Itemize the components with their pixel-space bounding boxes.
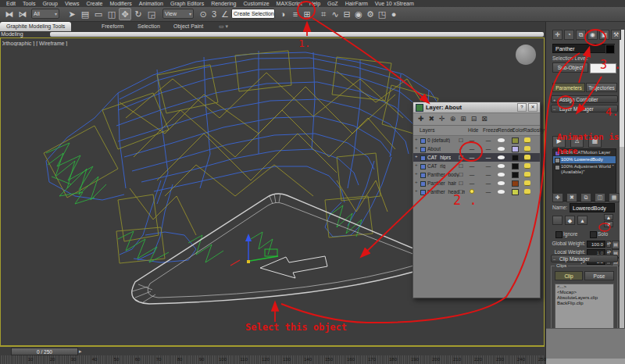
animate-toggle-icon[interactable]: ▤ — [612, 241, 620, 249]
select-by-name-icon[interactable]: ▤ — [79, 8, 91, 20]
weight-value[interactable]: 100.0 — [587, 241, 605, 248]
tab-freeform[interactable]: Freeform — [95, 22, 130, 31]
menu-item[interactable]: Rendering — [211, 1, 236, 6]
current-layer-toggle[interactable]: ☐ — [456, 172, 466, 178]
menu-item[interactable]: Tools — [23, 1, 35, 6]
expand-icon[interactable]: + — [415, 171, 418, 176]
paste-layer-icon[interactable]: ◫ — [595, 193, 605, 202]
clip-list[interactable]: <...><Mocap>AbsoluteLayers.clipBackFlip.… — [555, 284, 614, 332]
remove-layer-icon[interactable]: ✖ — [566, 193, 577, 202]
curve-editor-icon[interactable]: ∿ — [329, 8, 341, 20]
render-toggle[interactable] — [498, 147, 505, 151]
assign-controller-rollout[interactable]: +Assign Controller — [551, 95, 618, 103]
freeze-toggle[interactable]: — — [483, 146, 494, 152]
clip-item[interactable]: BackFlip.clip — [555, 301, 613, 306]
render-production-icon[interactable]: ● — [388, 8, 400, 20]
rendered-frame-icon[interactable]: ◳ — [376, 8, 388, 20]
layer-color-swatch[interactable] — [512, 155, 519, 161]
clip-manager-rollout[interactable]: −Clip Manager — [551, 255, 618, 262]
select-and-move-icon[interactable]: ✥ — [119, 8, 131, 20]
radiosity-icon[interactable] — [524, 189, 530, 194]
menu-item[interactable]: Help — [309, 1, 320, 6]
select-object-icon[interactable]: ➤ — [66, 8, 78, 20]
new-layer-icon[interactable]: ✚ — [418, 113, 424, 125]
freeze-toggle[interactable]: — — [483, 180, 494, 186]
align-icon[interactable]: ≡ — [289, 8, 302, 20]
highlight-layer-icon[interactable]: ⊞ — [460, 113, 466, 125]
utilities-tab-icon[interactable]: ⚒ — [611, 30, 621, 40]
select-and-rotate-icon[interactable]: ↻ — [132, 8, 145, 20]
delete-layer-icon[interactable]: ✖ — [429, 113, 435, 125]
layer-mode-button-1[interactable] — [552, 216, 562, 225]
copy-layer-icon[interactable]: ⧉ — [580, 193, 591, 202]
mirror-icon[interactable]: ◑ — [277, 8, 289, 20]
layer-row[interactable]: + Panther_body ☐ — — — [413, 170, 540, 179]
parameters-tab[interactable]: Parameters — [552, 83, 585, 92]
clip-item[interactable]: <...> — [555, 284, 613, 290]
layer-row[interactable]: + Panther_head_me ☐ — — [413, 187, 540, 196]
graphite-ribbon-icon[interactable]: ⌗ — [317, 8, 330, 20]
render-toggle[interactable] — [498, 173, 505, 177]
ghost-icon[interactable]: ▦ — [609, 193, 620, 202]
select-layer-objects-icon[interactable]: ⊕ — [450, 113, 456, 125]
hide-toggle[interactable]: — — [466, 180, 477, 186]
layer-color-swatch[interactable] — [512, 146, 519, 152]
menu-item[interactable]: Views — [65, 1, 80, 6]
dialog-close-button[interactable]: ✕ — [528, 103, 538, 112]
render-toggle[interactable] — [498, 164, 505, 168]
layer-row[interactable]: + CAT_hlprs ☐ — — — [413, 153, 540, 162]
next-frame-button[interactable]: ▸ — [79, 348, 82, 355]
layer-color-swatch[interactable] — [512, 180, 519, 187]
freeze-toggle[interactable]: — — [483, 137, 494, 143]
time-slider[interactable]: 0 / 250 — [11, 348, 78, 355]
tab-graphite-modeling-tools[interactable]: Graphite Modeling Tools — [0, 22, 71, 31]
hide-toggle[interactable]: — — [466, 137, 477, 143]
render-setup-icon[interactable]: ⚙ — [364, 8, 377, 20]
named-selection-dropdown[interactable]: Create Selection S▾ — [231, 9, 275, 19]
radiosity-icon[interactable] — [524, 172, 530, 177]
animation-mode-icon[interactable]: ▶ — [552, 136, 566, 148]
hierarchy-tab-icon[interactable]: ⧉ — [576, 30, 586, 40]
move-layer-down-button[interactable]: ▼ — [604, 221, 613, 227]
cat-layer-item[interactable]: 100% CATMotion Layer — [553, 149, 616, 156]
hide-toggle[interactable]: — — [466, 163, 477, 169]
expand-icon[interactable]: + — [415, 180, 418, 184]
layer-mode-button-3[interactable]: ▲ — [577, 216, 588, 225]
current-layer-toggle[interactable]: ☐ — [456, 189, 466, 195]
layer-row[interactable]: + 0 (default) ☐ — — — [413, 136, 540, 145]
cat-layer-item[interactable]: 100% LoweredBody — [553, 156, 616, 163]
display-tab-icon[interactable]: ▣ — [599, 30, 609, 40]
menu-item[interactable]: Modifiers — [109, 1, 131, 6]
ignore-checkbox[interactable] — [555, 231, 562, 238]
schematic-view-icon[interactable]: ⊟ — [341, 8, 353, 20]
freeze-toggle[interactable]: — — [483, 189, 494, 194]
tab-selection[interactable]: Selection — [131, 22, 166, 31]
solo-checkbox[interactable] — [590, 231, 597, 238]
radiosity-icon[interactable] — [524, 163, 530, 169]
tab-object-paint[interactable]: Object Paint — [167, 22, 209, 31]
expand-icon[interactable]: + — [415, 137, 418, 141]
layer-row[interactable]: + CAT_rig ☐ — — — [413, 162, 540, 170]
hide-toggle[interactable]: — — [466, 155, 477, 160]
render-toggle[interactable] — [498, 181, 505, 185]
cat-layer-item[interactable]: 100% Adjustment World "(Available)" — [553, 163, 616, 176]
layer-manager-icon[interactable]: ⊞ — [301, 8, 313, 20]
expand-icon[interactable]: + — [415, 162, 418, 167]
setup-figure-mode-icon[interactable]: ♙ — [570, 136, 584, 148]
modify-tab-icon[interactable]: ◔ — [564, 30, 574, 40]
add-layer-icon[interactable]: ✚ — [552, 193, 563, 202]
layer-name-field[interactable]: LoweredBody — [570, 203, 615, 212]
menu-item[interactable]: Customize — [243, 1, 269, 6]
current-layer-toggle[interactable]: ☐ — [456, 155, 466, 161]
expand-icon[interactable]: + — [415, 188, 418, 193]
layer-color-swatch[interactable] — [512, 189, 519, 195]
layer-dialog-titlebar[interactable]: Layer: About ? ✕ — [413, 102, 540, 113]
motion-tab-icon[interactable]: ◉ — [588, 30, 598, 40]
hide-toggle[interactable]: — — [466, 172, 477, 177]
hide-toggle[interactable] — [466, 189, 477, 194]
menu-item[interactable]: MAXScript — [277, 1, 302, 6]
radiosity-icon[interactable] — [524, 155, 530, 160]
material-editor-icon[interactable]: ◉ — [352, 8, 365, 20]
render-toggle[interactable] — [498, 138, 505, 142]
layer-color-swatch[interactable] — [512, 172, 519, 178]
